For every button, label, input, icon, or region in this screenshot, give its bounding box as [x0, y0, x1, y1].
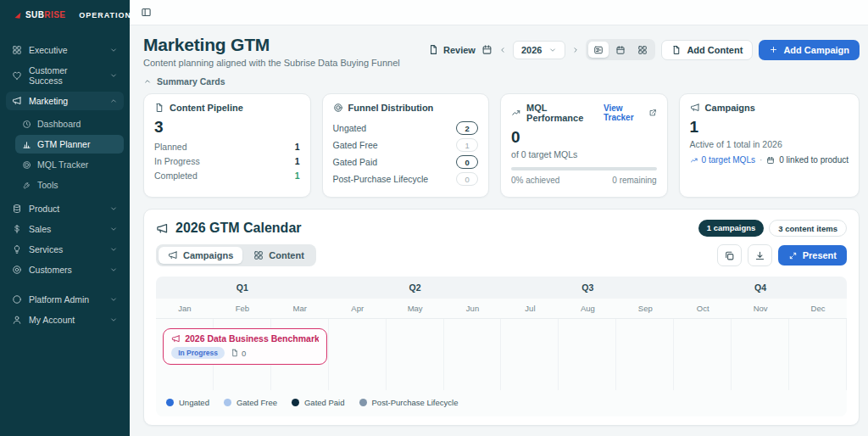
review-button[interactable]: Review	[428, 44, 476, 55]
expand-icon	[788, 251, 798, 260]
circle-dot-icon	[12, 265, 22, 275]
summary-cards-row: Content Pipeline 3 Planned 1 In Progress…	[143, 93, 860, 198]
legend-item-ungated: Ungated	[166, 398, 209, 407]
sidebar-item-platform-admin[interactable]: Platform Admin	[6, 290, 124, 309]
sidebar-item-label: Customer Success	[29, 65, 103, 86]
sidebar-item-dashboard[interactable]: Dashboard	[15, 115, 124, 133]
month-label: Jun	[444, 299, 502, 318]
quarter-label: Q1	[156, 277, 329, 299]
marketing-subnav: Dashboard GTM Planner MQL Tracker Tools	[0, 112, 130, 198]
megaphone-icon	[168, 250, 178, 260]
sidebar-toggle-icon[interactable]	[141, 7, 152, 18]
brand-logo: SUBRISE OPERATIONS	[0, 0, 130, 34]
view-timeline-button[interactable]	[588, 42, 609, 58]
view-toggle-group	[586, 39, 655, 60]
calendar-button[interactable]	[481, 44, 492, 55]
sidebar-item-services[interactable]: Services	[6, 240, 124, 259]
month-label: Feb	[214, 299, 271, 318]
sidebar-item-label: Product	[29, 204, 59, 214]
view-grid-button[interactable]	[632, 42, 653, 58]
file-icon	[428, 44, 439, 55]
heart-icon	[12, 70, 22, 81]
quarter-label: Q2	[329, 277, 502, 299]
campaign-title: 2026 Data Business Benchmark Report La..…	[185, 333, 319, 344]
topbar	[130, 0, 868, 25]
clock-icon	[22, 120, 31, 129]
campaigns-caption: Active of 1 total in 2026	[690, 139, 849, 149]
content-pipeline-card: Content Pipeline 3 Planned 1 In Progress…	[143, 93, 311, 198]
layers-icon	[12, 204, 22, 214]
mql-achieved: 0% achieved	[511, 176, 559, 185]
content-items-count-badge: 3 content items	[769, 220, 847, 237]
month-label: Oct	[674, 299, 732, 318]
view-calendar-button[interactable]	[610, 42, 631, 58]
sidebar-item-my-account[interactable]: My Account	[6, 310, 124, 329]
brand-prefix: SUB	[25, 10, 44, 20]
quarter-label: Q3	[502, 277, 675, 299]
tab-campaigns[interactable]: Campaigns	[159, 247, 242, 264]
funnel-row-gated-free: Gated Free 1	[333, 137, 479, 154]
mql-progress-bar	[511, 167, 657, 170]
campaigns-card: Campaigns 1 Active of 1 total in 2026 0 …	[679, 93, 860, 198]
brand-division: OPERATIONS	[79, 11, 137, 20]
brand-accent: RISE	[44, 10, 65, 20]
page-header: Marketing GTM Content planning aligned w…	[143, 35, 860, 68]
prev-year-button[interactable]	[498, 46, 507, 54]
view-tracker-link[interactable]: View Tracker	[604, 103, 657, 122]
status-badge: In Progress	[171, 347, 225, 359]
sidebar-item-product[interactable]: Product	[6, 199, 124, 218]
sidebar-item-gtm-planner[interactable]: GTM Planner	[15, 135, 124, 154]
plus-icon	[769, 45, 778, 54]
header-controls: Review 2026	[428, 39, 860, 60]
chevron-down-icon	[109, 71, 118, 80]
sidebar-item-customers[interactable]: Customers	[6, 260, 124, 279]
file-icon	[671, 45, 682, 55]
sidebar-item-executive[interactable]: Executive	[6, 41, 124, 59]
quarter-header-row: Q1 Q2 Q3 Q4	[156, 277, 847, 299]
sidebar-item-tools[interactable]: Tools	[15, 176, 124, 194]
linked-to-product-text: 0 linked to product	[779, 155, 849, 165]
month-header-row: Jan Feb Mar Apr May Jun Jul Aug Sep Oct …	[156, 299, 847, 319]
sidebar-item-label: Dashboard	[37, 119, 81, 129]
sidebar-item-mql-tracker[interactable]: MQL Tracker	[15, 155, 124, 174]
month-label: Dec	[789, 299, 847, 318]
tab-content[interactable]: Content	[244, 247, 314, 264]
grid-icon	[12, 45, 22, 55]
brand-swoosh-icon	[10, 11, 21, 19]
chevron-up-icon	[109, 97, 118, 105]
month-label: Jan	[156, 299, 214, 318]
present-button[interactable]: Present	[778, 245, 847, 266]
month-label: Aug	[559, 299, 616, 318]
next-year-button[interactable]	[571, 46, 580, 54]
month-label: Mar	[271, 299, 329, 318]
pipeline-total: 3	[154, 118, 300, 137]
sidebar-item-label: Sales	[29, 224, 51, 234]
year-select[interactable]: 2026	[513, 41, 565, 59]
page-title: Marketing GTM	[143, 35, 400, 55]
mql-performance-card: MQL Performance View Tracker 0 of 0 targ…	[500, 93, 668, 198]
campaign-bar[interactable]: 2026 Data Business Benchmark Report La..…	[163, 328, 327, 365]
summary-cards-toggle[interactable]: Summary Cards	[143, 76, 860, 87]
sidebar-item-customer-success[interactable]: Customer Success	[6, 61, 124, 90]
sidebar-item-label: GTM Planner	[37, 139, 90, 149]
target-mqls-link[interactable]: 0 target MQLs	[690, 155, 755, 165]
sidebar-item-marketing[interactable]: Marketing	[6, 92, 124, 110]
sidebar-item-sales[interactable]: Sales	[6, 220, 124, 238]
chevron-down-icon	[109, 295, 118, 304]
chevron-down-icon	[548, 46, 557, 54]
copy-button[interactable]	[717, 244, 742, 266]
megaphone-icon	[156, 222, 169, 235]
lightbulb-icon	[12, 244, 22, 254]
add-campaign-button[interactable]: Add Campaign	[759, 40, 860, 60]
legend-item-gated-free: Gated Free	[224, 398, 277, 407]
chevron-down-icon	[109, 316, 118, 324]
page-subtitle: Content planning aligned with the Subris…	[143, 58, 400, 68]
month-label: Sep	[616, 299, 674, 318]
megaphone-icon	[171, 334, 181, 344]
add-content-button[interactable]: Add Content	[661, 40, 753, 60]
mql-remaining: 0 remaining	[612, 176, 656, 185]
download-button[interactable]	[748, 244, 772, 266]
legend-dot	[292, 399, 299, 406]
chevron-up-icon	[143, 77, 152, 86]
sidebar-nav: Executive Customer Success Marketing Das…	[0, 34, 130, 336]
